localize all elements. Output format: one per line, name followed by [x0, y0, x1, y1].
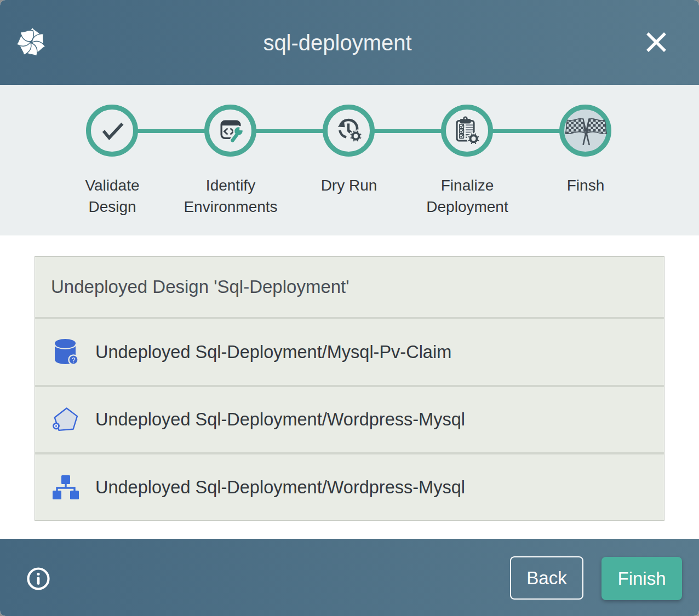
svg-text:?: ?: [72, 356, 76, 364]
